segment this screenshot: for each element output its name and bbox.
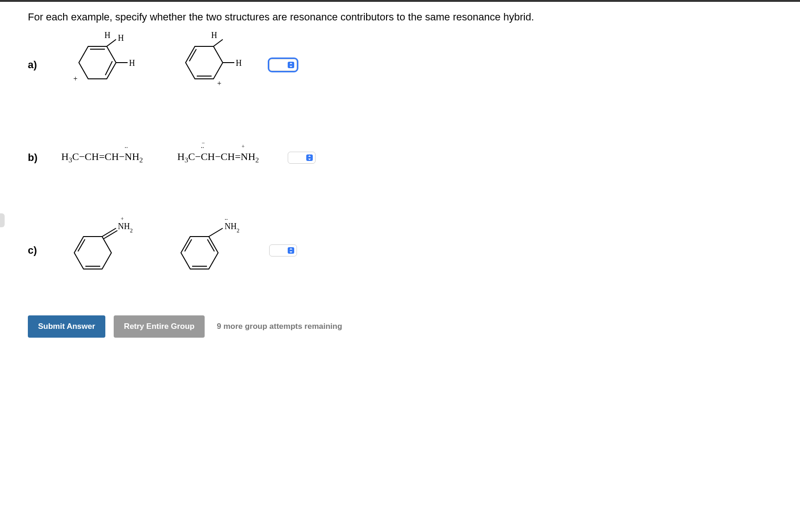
svg-marker-9 xyxy=(186,46,223,79)
button-row: Submit Answer Retry Entire Group 9 more … xyxy=(28,315,772,338)
structure-c-2: NH2 ·· xyxy=(162,223,255,278)
submit-button[interactable]: Submit Answer xyxy=(28,315,105,338)
label-a: a) xyxy=(28,59,42,71)
svg-text:H: H xyxy=(104,31,110,40)
select-c-wrap xyxy=(269,244,297,256)
svg-text:H: H xyxy=(118,33,124,43)
svg-text:NH2: NH2 xyxy=(118,222,133,234)
structure-c-1: NH2 + xyxy=(56,223,148,278)
select-b-wrap xyxy=(288,152,316,164)
svg-line-2 xyxy=(105,61,112,75)
svg-text:H: H xyxy=(211,31,217,40)
svg-marker-24 xyxy=(181,237,218,269)
svg-text:+: + xyxy=(121,216,124,222)
svg-line-3 xyxy=(107,39,116,46)
svg-text:+: + xyxy=(73,75,77,83)
svg-marker-17 xyxy=(74,237,111,269)
svg-marker-0 xyxy=(79,46,116,79)
label-c: c) xyxy=(28,244,42,256)
svg-line-12 xyxy=(213,39,223,46)
content-area: For each example, specify whether the tw… xyxy=(0,2,800,347)
attempts-remaining: 9 more group attempts remaining xyxy=(217,322,342,331)
select-a[interactable] xyxy=(269,59,297,71)
structure-a-2: H H + xyxy=(162,37,255,93)
svg-text:H: H xyxy=(129,58,135,68)
svg-line-28 xyxy=(209,228,223,237)
question-b-row: b) H3C−CH=CH−N··H2 H3C−C··−H−CH=N+H2 xyxy=(28,130,772,186)
select-b[interactable] xyxy=(288,152,316,164)
question-a-row: a) H H H + xyxy=(28,37,772,93)
structure-a-1: H H H + xyxy=(56,37,148,93)
svg-text:H: H xyxy=(236,58,242,68)
question-prompt: For each example, specify whether the tw… xyxy=(28,11,772,23)
select-c[interactable] xyxy=(269,244,297,256)
svg-text:··: ·· xyxy=(225,216,228,223)
svg-text:NH2: NH2 xyxy=(225,222,239,234)
structure-b-2: H3C−C··−H−CH=N+H2 xyxy=(162,130,274,186)
structure-b-1: H3C−CH=CH−N··H2 xyxy=(56,130,148,186)
retry-button[interactable]: Retry Entire Group xyxy=(114,315,205,338)
question-c-row: c) NH2 + NH2 xyxy=(28,223,772,278)
svg-text:+: + xyxy=(217,79,221,87)
select-a-wrap xyxy=(269,59,297,71)
label-b: b) xyxy=(28,152,42,164)
scroll-hint xyxy=(0,213,5,227)
